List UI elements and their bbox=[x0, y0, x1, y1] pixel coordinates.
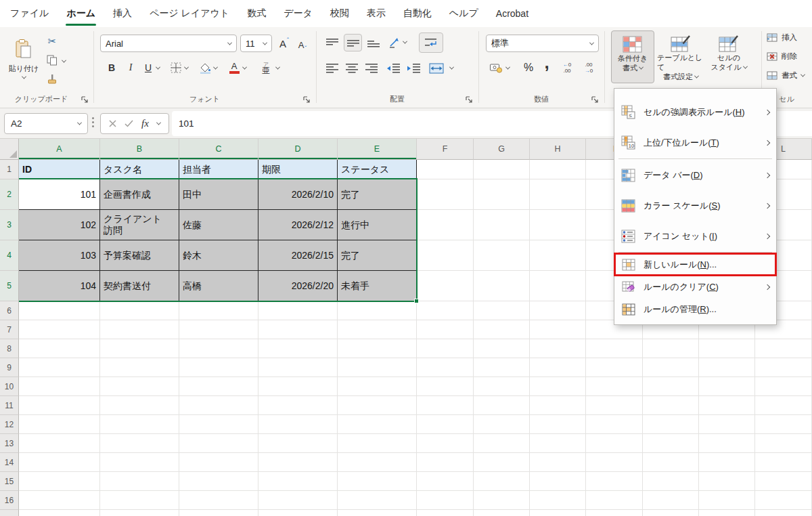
tab-data[interactable]: データ bbox=[275, 0, 321, 27]
cell-E1[interactable]: ステータス bbox=[338, 160, 417, 179]
borders-dropdown-chevron[interactable] bbox=[184, 65, 189, 70]
column-header-E[interactable]: E bbox=[338, 139, 417, 160]
font-color-button[interactable]: A bbox=[227, 60, 241, 76]
borders-button[interactable] bbox=[169, 61, 183, 74]
align-left-button[interactable] bbox=[324, 61, 340, 76]
column-header-D[interactable]: D bbox=[258, 139, 338, 160]
tab-help[interactable]: ヘルプ bbox=[441, 0, 487, 27]
underline-button[interactable]: U bbox=[141, 60, 156, 76]
cell-A3[interactable]: 102 bbox=[19, 210, 100, 240]
formula-bar-grip[interactable] bbox=[92, 117, 94, 127]
accounting-format-button[interactable] bbox=[488, 60, 504, 75]
number-dialog-launcher[interactable] bbox=[591, 94, 600, 103]
cell-D3[interactable]: 2026/2/12 bbox=[258, 210, 338, 240]
row-header-10[interactable]: 10 bbox=[0, 377, 19, 396]
align-bottom-button[interactable] bbox=[365, 35, 382, 50]
merge-center-button[interactable] bbox=[426, 60, 447, 77]
column-header-H[interactable]: H bbox=[530, 139, 586, 160]
row-header-14[interactable]: 14 bbox=[0, 453, 19, 472]
decrease-decimal-button[interactable]: .00→0 bbox=[580, 60, 597, 76]
menu-item-highlight-cells-rules[interactable]: ≤ セルの強調表示ルール(H) bbox=[614, 97, 776, 127]
format-cells-button[interactable]: 書式 bbox=[767, 70, 805, 81]
copy-button[interactable] bbox=[45, 54, 60, 69]
menu-item-new-rule[interactable]: 新しいルール(N)... bbox=[614, 253, 776, 276]
cell-C5[interactable]: 高橋 bbox=[179, 271, 258, 301]
cell-A1[interactable]: ID bbox=[19, 160, 100, 179]
row-header-6[interactable]: 6 bbox=[0, 301, 19, 320]
orientation-button[interactable] bbox=[386, 35, 401, 50]
row-header-12[interactable]: 12 bbox=[0, 415, 19, 434]
menu-item-color-scales[interactable]: カラー スケール(S) bbox=[614, 190, 776, 221]
cell-E3[interactable]: 進行中 bbox=[338, 210, 417, 240]
format-painter-button[interactable] bbox=[45, 73, 60, 88]
cell-D4[interactable]: 2026/2/15 bbox=[258, 240, 338, 271]
insert-cells-button[interactable]: 挿入 bbox=[767, 33, 797, 43]
paste-button[interactable]: 貼り付け bbox=[5, 30, 42, 87]
merge-dropdown-chevron[interactable] bbox=[449, 65, 454, 70]
cell-E4[interactable]: 完了 bbox=[338, 240, 417, 271]
select-all-corner[interactable] bbox=[0, 139, 19, 160]
row-header-5[interactable]: 5 bbox=[0, 271, 19, 301]
row-header-9[interactable]: 9 bbox=[0, 358, 19, 377]
orientation-dropdown-chevron[interactable] bbox=[403, 39, 407, 44]
increase-indent-button[interactable] bbox=[405, 61, 422, 76]
cell-styles-button[interactable]: セルの スタイル bbox=[707, 30, 750, 83]
increase-decimal-button[interactable]: ←0.00 bbox=[558, 60, 576, 76]
accounting-dropdown-chevron[interactable] bbox=[505, 65, 510, 70]
bold-button[interactable]: B bbox=[104, 60, 119, 76]
column-header-A[interactable]: A bbox=[19, 139, 100, 160]
tab-review[interactable]: 校閲 bbox=[321, 0, 358, 27]
fx-dropdown-chevron[interactable] bbox=[156, 121, 161, 125]
cell-E5[interactable]: 未着手 bbox=[338, 271, 417, 301]
font-color-dropdown-chevron[interactable] bbox=[242, 65, 247, 70]
row-header-4[interactable]: 4 bbox=[0, 240, 19, 271]
phonetic-guide-button[interactable]: ア 亜 bbox=[258, 59, 273, 77]
underline-dropdown-chevron[interactable] bbox=[156, 65, 160, 70]
cell-C2[interactable]: 田中 bbox=[179, 179, 258, 210]
number-format-combo[interactable]: 標準 bbox=[486, 35, 599, 52]
fill-color-button[interactable] bbox=[198, 61, 212, 74]
align-middle-button[interactable] bbox=[344, 34, 362, 51]
menu-item-manage-rules[interactable]: ルールの管理(R)... bbox=[614, 298, 776, 320]
phonetic-dropdown-chevron[interactable] bbox=[275, 65, 280, 70]
name-box[interactable]: A2 bbox=[4, 113, 88, 134]
font-size-combo[interactable]: 11 bbox=[240, 35, 272, 52]
tab-insert[interactable]: 挿入 bbox=[104, 0, 141, 27]
fill-handle[interactable] bbox=[414, 299, 419, 303]
clipboard-dialog-launcher[interactable] bbox=[81, 94, 89, 103]
cell-D5[interactable]: 2026/2/20 bbox=[258, 271, 338, 301]
cell-D1[interactable]: 期限 bbox=[258, 160, 338, 179]
align-right-button[interactable] bbox=[363, 61, 380, 76]
italic-button[interactable]: I bbox=[123, 60, 138, 76]
cell-C4[interactable]: 鈴木 bbox=[179, 240, 258, 271]
percent-style-button[interactable]: % bbox=[520, 60, 537, 76]
row-header-1[interactable]: 1 bbox=[0, 160, 19, 179]
cell-B2[interactable]: 企画書作成 bbox=[100, 179, 179, 210]
menu-item-icon-sets[interactable]: アイコン セット(I) bbox=[614, 221, 776, 251]
cancel-icon[interactable] bbox=[109, 120, 116, 127]
cell-B1[interactable]: タスク名 bbox=[100, 160, 179, 179]
cell-A2[interactable]: 101 bbox=[19, 179, 100, 210]
row-header-15[interactable]: 15 bbox=[0, 472, 19, 491]
decrease-font-size-button[interactable]: Aˇ bbox=[294, 37, 311, 53]
cell-B4[interactable]: 予算案確認 bbox=[100, 240, 179, 271]
increase-font-size-button[interactable]: Aˆ bbox=[276, 35, 292, 51]
menu-item-clear-rules[interactable]: ルールのクリア(C) bbox=[614, 276, 776, 298]
tab-acrobat[interactable]: Acrobat bbox=[487, 0, 537, 27]
row-header-11[interactable]: 11 bbox=[0, 396, 19, 415]
row-header-8[interactable]: 8 bbox=[0, 339, 19, 358]
menu-item-top-bottom-rules[interactable]: 10 上位/下位ルール(T) bbox=[614, 127, 776, 158]
row-header-3[interactable]: 3 bbox=[0, 210, 19, 240]
tab-page-layout[interactable]: ページ レイアウト bbox=[141, 0, 238, 27]
conditional-formatting-button[interactable]: 条件付き 書式 bbox=[611, 30, 654, 83]
delete-cells-button[interactable]: 削除 bbox=[767, 51, 797, 62]
cell-E2[interactable]: 完了 bbox=[338, 179, 417, 210]
copy-dropdown-chevron[interactable] bbox=[62, 58, 66, 63]
font-name-combo[interactable]: Arial bbox=[100, 35, 237, 52]
tab-home[interactable]: ホーム bbox=[58, 0, 104, 27]
cell-B3[interactable]: クライアント訪問 bbox=[100, 210, 179, 240]
row-header-2[interactable]: 2 bbox=[0, 179, 19, 210]
cell-A5[interactable]: 104 bbox=[19, 271, 100, 301]
column-header-F[interactable]: F bbox=[417, 139, 474, 160]
tab-file[interactable]: ファイル bbox=[1, 0, 58, 27]
